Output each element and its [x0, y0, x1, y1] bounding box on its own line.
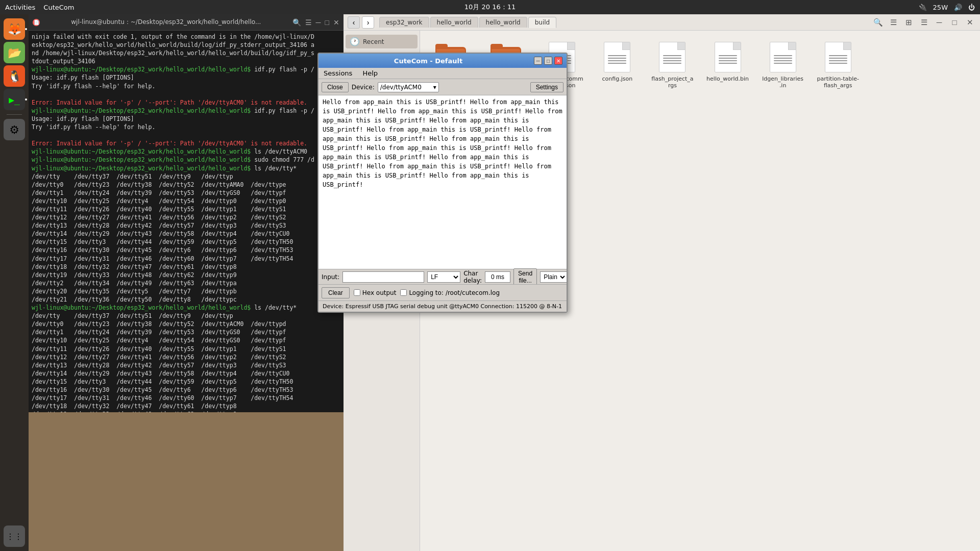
dock-separator: [7, 114, 22, 115]
nav-back-btn[interactable]: ‹: [348, 16, 360, 29]
terminal-dock-icon[interactable]: ▶_: [4, 89, 25, 110]
recent-label: Recent: [363, 38, 384, 45]
terminal-minimize-btn[interactable]: ─: [316, 18, 321, 27]
terminal-window: 📄 wjl-linux@ubuntu：~/Desktop/esp32_work/…: [29, 14, 344, 412]
doc-line: [663, 60, 681, 61]
firefox-dock-icon[interactable]: 🦊: [4, 18, 25, 40]
file-tab-hello_world[interactable]: hello_world: [430, 17, 478, 28]
lf-select[interactable]: LF CR CR+LF: [427, 271, 460, 283]
fp-grid-btn[interactable]: ⊞: [902, 16, 915, 29]
system-bar-right: 🔌 25W 🔊 ⏻: [919, 4, 975, 11]
fp-list-btn[interactable]: ☰: [887, 16, 899, 29]
terminal-content[interactable]: ninja failed with exit code 1, output of…: [29, 31, 344, 412]
recent-icon: 🕐: [350, 37, 360, 46]
cutecom-maximize-btn[interactable]: □: [544, 57, 552, 65]
cutecom-close-btn[interactable]: ✕: [554, 57, 562, 65]
file-tab-esp32_work[interactable]: esp32_work: [379, 17, 429, 28]
volume-icon[interactable]: 🔊: [954, 4, 962, 11]
doc-line: [608, 60, 626, 61]
doc-line: [829, 63, 847, 64]
nav-forward-btn[interactable]: ›: [362, 16, 374, 29]
dock-bottom: ⋮⋮: [4, 525, 25, 551]
battery-label: 25W: [933, 4, 948, 11]
fp-close-btn[interactable]: ✕: [964, 16, 976, 29]
doc-line: [719, 55, 737, 56]
logging-group: Logging to: /root/cutecom.log: [400, 289, 500, 296]
doc-line: [608, 58, 626, 59]
menu-help[interactable]: Help: [360, 68, 380, 78]
terminal-controls: 📄: [33, 19, 40, 26]
activities-label[interactable]: Activities: [5, 4, 35, 11]
file-name-label: flash_project_args: [651, 76, 694, 89]
status-text: Device: Espressif USB JTAG serial debug …: [323, 303, 562, 310]
cutecom-toolbar: Close Device: /dev/ttyACM0 ▾ Settings: [318, 79, 567, 95]
file-tab-build[interactable]: build: [528, 17, 557, 28]
close-connection-btn[interactable]: Close: [322, 82, 349, 92]
cutecom-title: CuteCom - Default: [323, 57, 534, 65]
menu-sessions[interactable]: Sessions: [322, 68, 354, 78]
plain-select[interactable]: Plain Hex: [540, 271, 567, 283]
fp-maximize-btn[interactable]: □: [948, 16, 961, 29]
hex-output-checkbox[interactable]: [354, 289, 360, 296]
doc-line: [663, 58, 681, 59]
cutecom-titlebar: CuteCom - Default ─ □ ✕: [318, 54, 567, 68]
cutecom-input-bar: Input: LF CR CR+LF Char delay: Send file…: [318, 269, 567, 284]
fp-menu-btn[interactable]: ☰: [918, 16, 930, 29]
doc-icon: [604, 42, 630, 72]
cutecom-output[interactable]: Hello from app_main this is USB_printf! …: [318, 95, 567, 269]
doc-line: [774, 63, 792, 64]
cutecom-main: Hello from app_main this is USB_printf! …: [318, 95, 567, 269]
log-path: /root/cutecom.log: [446, 289, 500, 296]
terminal-close-btn2[interactable]: ✕: [333, 18, 339, 27]
settings-btn[interactable]: Settings: [530, 82, 564, 92]
sidebar-item-recent[interactable]: 🕐 Recent: [346, 35, 418, 48]
cutecom-win-btns: ─ □ ✕: [534, 57, 562, 65]
input-label: Input:: [322, 273, 339, 281]
file-item-config.json[interactable]: config.json: [594, 39, 641, 91]
file-panel-actions: 🔍 ☰ ⊞ ☰ ─ □ ✕: [872, 16, 976, 29]
device-select[interactable]: /dev/ttyACM0 ▾: [378, 82, 439, 92]
settings-dock-icon[interactable]: ⚙: [4, 119, 25, 140]
doc-lines: [719, 55, 737, 64]
file-item-hello_world.bin[interactable]: hello_world.bin: [704, 39, 751, 91]
logging-checkbox[interactable]: [400, 289, 407, 296]
device-label: Device:: [352, 84, 375, 91]
input-field[interactable]: [342, 271, 424, 283]
hex-output-group: Hex output: [354, 289, 397, 296]
logging-label: Logging to:: [409, 289, 444, 296]
doc-line: [774, 55, 792, 56]
file-item-partition-table-flash_args[interactable]: partition-table-flash_args: [815, 39, 862, 91]
tab-bar: esp32_workhello_worldhello_worldbuild: [377, 17, 869, 28]
file-item-ldgen_libraries.in[interactable]: ldgen_libraries.in: [760, 39, 806, 91]
file-tab-hello_world[interactable]: hello_world: [479, 17, 527, 28]
doc-icon: [825, 42, 851, 72]
terminal-maximize-btn[interactable]: □: [325, 18, 329, 27]
terminal-close-btn[interactable]: 📄: [33, 19, 40, 26]
file-panel-nav: ‹ ›: [348, 16, 374, 29]
clear-btn[interactable]: Clear: [322, 287, 350, 298]
file-name-label: ldgen_libraries.in: [762, 76, 804, 89]
doc-line: [719, 63, 737, 64]
terminal-actions: 🔍 ☰ ─ □ ✕: [292, 18, 339, 27]
doc-icon-container: [822, 41, 854, 73]
files-dock-icon[interactable]: 📂: [4, 42, 25, 63]
power-icon[interactable]: ⏻: [968, 4, 975, 11]
send-file-btn[interactable]: Send file...: [513, 268, 537, 286]
ubuntu-dock-icon[interactable]: 🐧: [4, 65, 25, 87]
cutecom-minimize-btn[interactable]: ─: [534, 57, 542, 65]
terminal-search-btn[interactable]: 🔍: [292, 18, 301, 27]
cutecom-menu: Sessions Help: [318, 68, 567, 79]
app-name-label[interactable]: CuteCom: [43, 4, 74, 11]
doc-icon: [659, 42, 685, 72]
doc-line: [719, 58, 737, 59]
doc-icon-container: [601, 41, 633, 73]
terminal-title: wjl-linux@ubuntu：~/Desktop/esp32_work/he…: [44, 18, 288, 27]
doc-icon-container: [712, 41, 744, 73]
grid-dock-icon[interactable]: ⋮⋮: [4, 525, 25, 547]
terminal-menu-btn[interactable]: ☰: [305, 18, 312, 27]
file-item-flash_project_args[interactable]: flash_project_args: [649, 39, 696, 91]
fp-minimize-btn[interactable]: ─: [933, 16, 945, 29]
doc-icon: [770, 42, 796, 72]
fp-search-btn[interactable]: 🔍: [872, 16, 884, 29]
char-delay-input[interactable]: [485, 271, 510, 283]
